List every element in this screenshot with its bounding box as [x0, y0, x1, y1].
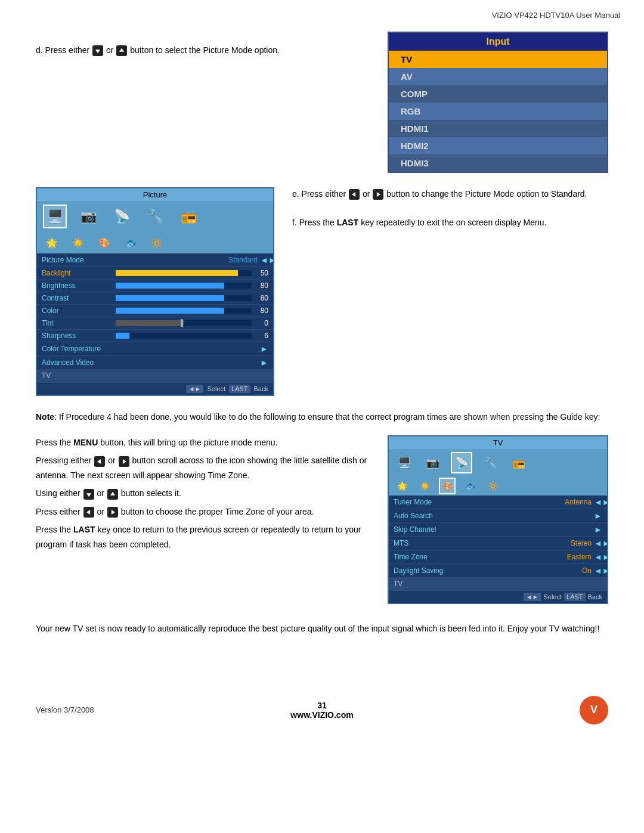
- vizio-logo: V: [580, 696, 608, 724]
- footer-center: 31 www.VIZIO.com: [290, 701, 353, 720]
- pic-subicon-3: 🎨: [95, 234, 113, 252]
- up-button-icon-c2: [107, 489, 118, 500]
- instruction-scroll: Pressing either or button scroll across …: [36, 453, 370, 482]
- down-button-icon-c2: [83, 489, 94, 500]
- pic-icon-antenna: 🔧: [143, 205, 167, 228]
- pic-value-brightness: 80: [254, 281, 268, 290]
- pic-icon-camera: 📷: [76, 205, 100, 228]
- tv-bottom-label: TV: [394, 580, 402, 588]
- pic-row-brightness: Brightness 80: [37, 280, 273, 292]
- picture-menu-title: Picture: [37, 188, 273, 201]
- tv-row-auto-search: Auto Search ►: [389, 509, 607, 523]
- input-item-av[interactable]: AV: [389, 68, 607, 85]
- vizio-logo-letter: V: [590, 704, 597, 716]
- instruction-timezone: Press either or button to choose the pro…: [36, 504, 370, 519]
- instruction-d: d. Press either or button to select the …: [36, 45, 280, 55]
- instruction-select: Using either or button selects it.: [36, 486, 370, 501]
- pic-bar-backlight: [116, 270, 252, 276]
- pic-bar-sharpness: [116, 333, 252, 339]
- tv-row-mts: MTS Stereo ◄►: [389, 537, 607, 550]
- right-button-icon-e: [373, 189, 383, 200]
- pic-bar-fill-sharpness: [116, 333, 129, 339]
- section-a: d. Press either or button to select the …: [36, 32, 608, 173]
- bottom-text: Your new TV set is now ready to automati…: [36, 622, 608, 636]
- pic-bar-brightness: [116, 283, 252, 289]
- tv-arrow-tuner-mode: ◄►: [594, 497, 602, 507]
- tv-subicon-1: 🌟: [394, 478, 410, 494]
- tv-menu-rows: Tuner Mode Antenna ◄► Auto Search ► Skip…: [389, 496, 607, 590]
- pic-subicon-4: 🐟: [122, 234, 140, 252]
- tv-arrow-auto-search: ►: [594, 511, 602, 521]
- tv-value-daylight-saving: On: [459, 566, 594, 575]
- input-item-hdmi1[interactable]: HDMI1: [389, 120, 607, 137]
- tv-icon-5: 📻: [508, 452, 530, 473]
- pic-row-backlight: Backlight 50: [37, 267, 273, 280]
- up-button-icon: [116, 45, 127, 56]
- right-button-icon-c1: [119, 456, 129, 467]
- picture-menu-rows: Picture Mode Standard ◄► Backlight 50 Br…: [37, 253, 273, 382]
- pic-subicon-5: 🔆: [148, 234, 166, 252]
- tv-footer-badge-last: LAST: [564, 593, 586, 601]
- footer-badge-last: LAST: [229, 385, 250, 393]
- bottom-text-content: Your new TV set is now ready to automati…: [36, 624, 599, 633]
- instruction-f: f. Press the LAST key repeatedly to exit…: [292, 216, 608, 230]
- instruction-menu: Press the MENU button, this will bring u…: [36, 435, 370, 450]
- left-button-icon-c1: [94, 456, 105, 467]
- footer-select-label: Select: [207, 385, 225, 392]
- left-button-icon-c3: [83, 507, 94, 518]
- manual-title: VIZIO VP422 HDTV10A User Manual: [492, 11, 620, 20]
- pic-bar-fill-tint: [116, 320, 184, 326]
- tv-subicon-2: ☀️: [416, 478, 433, 494]
- section-b-text: e. Press either or button to change the …: [292, 187, 608, 230]
- pic-value-contrast: 80: [254, 294, 268, 302]
- right-button-icon-c3: [107, 507, 118, 518]
- pic-value-backlight: 50: [254, 269, 268, 277]
- pic-bar-tint: [116, 320, 252, 326]
- section-c-text: Press the MENU button, this will bring u…: [36, 435, 370, 556]
- input-item-tv[interactable]: TV: [389, 51, 607, 68]
- tv-icon-satellite: 📡: [451, 452, 472, 473]
- picture-menu-footer: ◄► Select LAST Back: [37, 382, 273, 395]
- tv-value-time-zone: Eastern: [459, 553, 594, 561]
- pic-bar-fill-contrast: [116, 295, 224, 301]
- tv-label-mts: MTS: [394, 539, 459, 547]
- pic-label-color-temp: Color Temperature: [42, 345, 113, 353]
- pic-row-advanced-video: Advanced Video ►: [37, 356, 273, 370]
- tv-subicon-3: 🎨: [439, 478, 456, 494]
- input-item-comp[interactable]: COMP: [389, 85, 607, 103]
- pic-arrow-advanced-video: ►: [260, 358, 268, 367]
- section-a-text: d. Press either or button to select the …: [36, 32, 370, 57]
- tv-arrow-daylight-saving: ◄►: [594, 566, 602, 575]
- tv-value-tuner-mode: Antenna: [459, 498, 594, 506]
- pic-label-brightness: Brightness: [42, 281, 113, 290]
- tv-row-bottom-label: TV: [389, 578, 607, 590]
- pic-row-sharpness: Sharpness 6: [37, 330, 273, 342]
- tv-arrow-time-zone: ◄►: [594, 552, 602, 562]
- last-key-label-f: LAST: [337, 218, 359, 227]
- tv-icon-4: 🔧: [479, 452, 501, 473]
- instruction-last: Press the LAST key once to return to the…: [36, 522, 370, 552]
- tv-label-skip-channel: Skip Channel: [394, 525, 459, 534]
- left-button-icon-e: [349, 189, 360, 200]
- input-item-rgb[interactable]: RGB: [389, 103, 607, 120]
- input-menu-header: Input: [389, 33, 607, 51]
- input-item-hdmi3[interactable]: HDMI3: [389, 154, 607, 172]
- footer-back-label: Back: [254, 385, 268, 392]
- pic-icon-signal: 📻: [177, 205, 200, 228]
- pic-tv-label: TV: [42, 371, 51, 380]
- pic-value-sharpness: 6: [254, 332, 268, 340]
- pic-bar-fill-backlight: [116, 270, 238, 276]
- tv-label-tuner-mode: Tuner Mode: [394, 498, 459, 506]
- picture-menu: Picture 🖥️ 📷 📡 🔧 📻 🌟 ☀️ 🎨 🐟 🔆 Picture Mo…: [36, 187, 274, 396]
- page-header: VIZIO VP422 HDTV10A User Manual: [0, 0, 644, 26]
- pic-row-tint: Tint 0: [37, 317, 273, 330]
- note-label: Note: If Procedure 4 had been done, you …: [36, 412, 600, 422]
- input-item-hdmi2[interactable]: HDMI2: [389, 137, 607, 154]
- tv-menu-title: TV: [389, 436, 607, 449]
- footer-website: www.VIZIO.com: [290, 710, 353, 720]
- picture-icons-row2: 🌟 ☀️ 🎨 🐟 🔆: [37, 232, 273, 253]
- tv-menu-footer: ◄► Select LAST Back: [389, 590, 607, 603]
- tv-arrow-mts: ◄►: [594, 538, 602, 548]
- input-menu: Input TV AV COMP RGB HDMI1 HDMI2 HDMI3: [388, 32, 608, 173]
- pic-label-picture-mode: Picture Mode: [42, 256, 113, 264]
